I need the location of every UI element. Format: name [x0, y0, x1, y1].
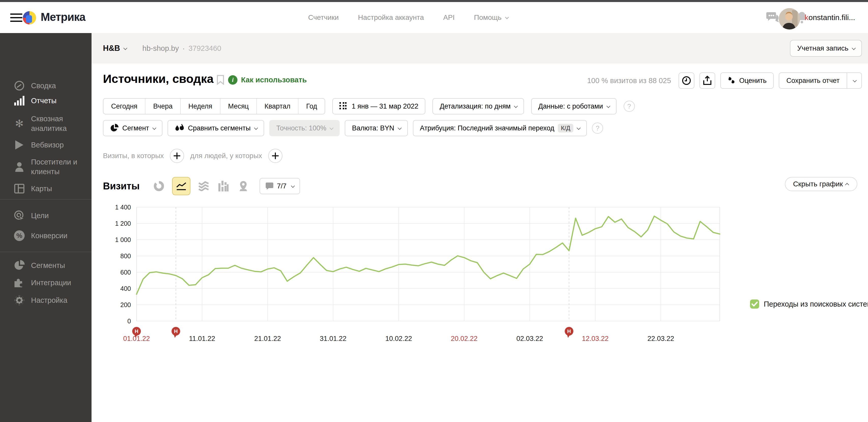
- series-count-dropdown[interactable]: 7/7: [259, 178, 300, 194]
- sidebar-item-webvisor[interactable]: Вебвизор: [0, 135, 92, 155]
- add-visit-condition-button[interactable]: [170, 149, 184, 163]
- user-name[interactable]: konstantin.fili...: [805, 2, 855, 33]
- rate-button[interactable]: Оценить: [720, 72, 774, 89]
- clock-icon: [682, 76, 691, 85]
- svg-text:11.01.22: 11.01.22: [189, 335, 215, 343]
- add-people-condition-button[interactable]: [268, 149, 282, 163]
- period-segmented-control: Сегодня Вчера Неделя Месяц Квартал Год: [103, 98, 325, 115]
- svg-text:21.01.22: 21.01.22: [254, 335, 281, 343]
- period-yesterday[interactable]: Вчера: [146, 99, 181, 114]
- history-button[interactable]: [679, 72, 694, 89]
- export-icon: [703, 76, 712, 86]
- attribution-badge: К/Д: [558, 124, 573, 132]
- visits-share-text: 100 % визитов из 88 025: [587, 76, 671, 85]
- metric-header: Визиты 7/7: [103, 176, 300, 196]
- svg-text:%: %: [16, 232, 22, 239]
- svg-text:12.03.22: 12.03.22: [582, 335, 609, 343]
- svg-text:1 200: 1 200: [115, 220, 131, 227]
- svg-text:02.03.22: 02.03.22: [516, 335, 543, 343]
- top-navigation: Счетчики Настройка аккаунта API Помощь: [308, 2, 508, 33]
- period-quarter[interactable]: Квартал: [257, 99, 299, 114]
- export-button[interactable]: [700, 72, 715, 89]
- accuracy-dropdown[interactable]: Точность: 100%: [269, 120, 340, 136]
- user-avatar[interactable]: [779, 8, 800, 30]
- legend-checkbox[interactable]: [750, 299, 759, 309]
- sidebar-item-visitors[interactable]: Посетители и клиенты: [0, 153, 92, 181]
- puzzle-icon: [14, 278, 25, 288]
- play-icon: [14, 140, 25, 150]
- chart-type-columns[interactable]: [217, 180, 230, 193]
- period-month[interactable]: Месяц: [220, 99, 257, 114]
- chart-type-stacked[interactable]: [197, 180, 210, 193]
- report-actions: 100 % визитов из 88 025 Оценить Сохранит…: [587, 72, 862, 89]
- brand-name[interactable]: Метрика: [41, 11, 86, 23]
- percent-icon: %: [14, 230, 25, 241]
- snowflake-icon: ✻: [14, 118, 25, 129]
- nav-counters[interactable]: Счетчики: [308, 13, 339, 22]
- sidebar-item-maps[interactable]: Карты: [0, 179, 92, 199]
- sidebar-item-integrations[interactable]: Интеграции: [0, 273, 92, 293]
- line-chart[interactable]: 02004006008001 0001 2001 40001.01.2211.0…: [103, 203, 734, 397]
- counter-domain: hb-shop.by · 37923460: [143, 33, 221, 64]
- counter-switcher[interactable]: H&B: [103, 33, 126, 64]
- chart-legend-item[interactable]: Переходы из поисковых систем: [750, 299, 868, 309]
- date-range-button[interactable]: 1 янв — 31 мар 2022: [332, 98, 425, 115]
- line-chart-icon: [176, 182, 187, 191]
- account-button[interactable]: Учетная запись: [790, 40, 862, 57]
- sidebar-item-segments[interactable]: Сегменты: [0, 256, 92, 275]
- svg-text:400: 400: [120, 285, 131, 292]
- sidebar-divider: [0, 199, 92, 200]
- currency-dropdown[interactable]: Валюта: BYN: [345, 120, 408, 136]
- period-year[interactable]: Год: [299, 99, 325, 114]
- hamburger-menu-icon[interactable]: [10, 12, 22, 23]
- save-report-caret[interactable]: [847, 73, 861, 88]
- chart-type-line[interactable]: [172, 177, 190, 195]
- visits-in-which-label: Визиты, в которых: [103, 152, 164, 160]
- sidebar-item-goals[interactable]: Цели: [0, 206, 92, 226]
- period-week[interactable]: Неделя: [181, 99, 220, 114]
- chart-type-donut[interactable]: [152, 180, 165, 193]
- sidebar-item-cross-analytics[interactable]: ✻ Сквозная аналитика: [0, 109, 92, 137]
- svg-text:800: 800: [120, 253, 131, 260]
- sidebar: Сводка Отчеты ✻ Сквозная аналитика Вебви…: [0, 33, 92, 422]
- chart-type-map[interactable]: [237, 180, 250, 193]
- detail-dropdown[interactable]: Детализация: по дням: [432, 98, 524, 115]
- period-filters: Сегодня Вчера Неделя Месяц Квартал Год 1…: [103, 98, 635, 115]
- svg-text:Н: Н: [135, 328, 138, 334]
- segment-dropdown[interactable]: Сегмент: [103, 120, 162, 136]
- sidebar-divider: [0, 252, 92, 252]
- compare-segments-dropdown[interactable]: Сравнить сегменты: [167, 120, 264, 136]
- legend-label: Переходы из поисковых систем: [764, 300, 868, 309]
- donut-chart-icon: [153, 181, 164, 192]
- svg-text:Н: Н: [174, 328, 178, 334]
- attribution-dropdown[interactable]: Атрибуция: Последний значимый переход К/…: [413, 120, 587, 136]
- calendar-grid-icon: [339, 102, 347, 110]
- segment-filters: Сегмент Сравнить сегменты Точность: 100%…: [103, 120, 603, 136]
- period-today[interactable]: Сегодня: [103, 99, 146, 114]
- nav-account-settings[interactable]: Настройка аккаунта: [358, 13, 424, 22]
- svg-text:Н: Н: [567, 328, 571, 334]
- chat-icon[interactable]: [766, 12, 780, 23]
- target-icon: [14, 210, 25, 221]
- svg-text:600: 600: [120, 269, 131, 276]
- sidebar-item-conversions[interactable]: % Конверсии: [0, 226, 92, 246]
- help-question-icon[interactable]: ?: [592, 123, 603, 134]
- svg-text:200: 200: [120, 301, 131, 309]
- help-question-icon[interactable]: ?: [624, 101, 635, 112]
- stacked-chart-icon: [198, 181, 209, 191]
- how-to-use-link[interactable]: i Как использовать: [228, 75, 307, 85]
- data-mode-dropdown[interactable]: Данные: с роботами: [531, 98, 616, 115]
- hide-chart-button[interactable]: Скрыть график: [785, 177, 857, 191]
- sidebar-item-settings[interactable]: Настройка: [0, 290, 92, 310]
- save-report-button[interactable]: Сохранить отчет: [779, 73, 847, 88]
- sidebar-item-reports[interactable]: Отчеты: [0, 91, 92, 110]
- svg-text:20.02.22: 20.02.22: [451, 335, 477, 343]
- nav-help[interactable]: Помощь: [474, 13, 508, 22]
- counter-bar: H&B hb-shop.by · 37923460 Учетная запись: [92, 33, 868, 64]
- info-icon: i: [228, 75, 238, 85]
- layout-icon: [14, 184, 25, 193]
- gear-icon: [14, 295, 25, 305]
- bookmark-icon[interactable]: [217, 75, 224, 86]
- nav-api[interactable]: API: [443, 13, 455, 22]
- metrika-logo-icon[interactable]: [23, 11, 36, 25]
